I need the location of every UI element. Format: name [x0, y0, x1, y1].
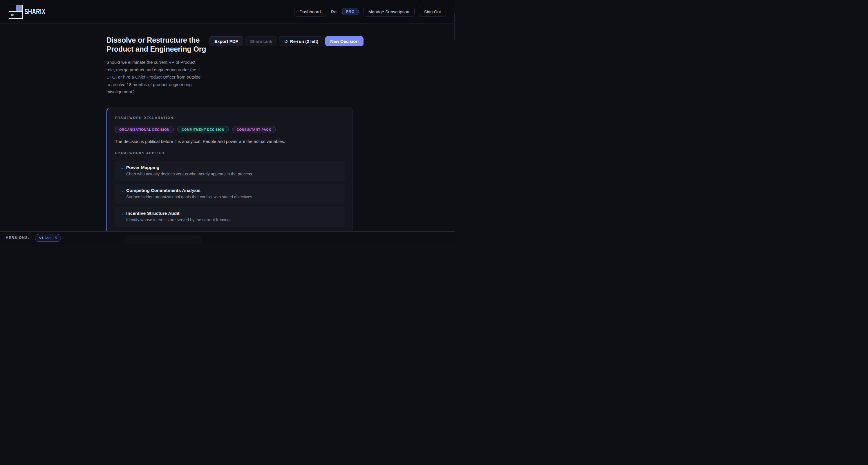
scrollbar-thumb[interactable] [454, 13, 455, 41]
versions-label: VERSIONS: [6, 236, 30, 240]
framework-description: Identify whose interests are served by t… [126, 217, 230, 223]
page-title: Dissolve or Restructure the Product and … [106, 36, 210, 54]
header-nav: Dashboard Raj PRO Manage Subscription Si… [294, 7, 446, 16]
versions-footer: VERSIONS: v1 Mar 15 [0, 231, 455, 244]
badge-consultant-pack: CONSULTANT PACK [232, 126, 276, 133]
actions-toolbar: Export PDF Share Link ↺ Re-run (2 left) … [210, 24, 364, 46]
logo-cell [9, 11, 16, 18]
main-content: Dissolve or Restructure the Product and … [0, 24, 455, 244]
badge-commitment-decision: COMMITMENT DECISION [177, 126, 228, 133]
page-title-line1: Dissolve or Restructure the [106, 36, 199, 44]
framework-item-competing-commitments[interactable]: → Competing Commitments Analysis Surface… [115, 184, 345, 204]
logo-grid-icon [9, 5, 23, 19]
framework-item-incentive-audit[interactable]: → Incentive Structure Audit Identify who… [115, 207, 345, 227]
obscured-content-blob [124, 235, 202, 244]
rerun-label: Re-run (2 left) [290, 39, 318, 44]
framework-description: Chart who actually decides versus who me… [126, 171, 253, 177]
pro-plan-badge[interactable]: PRO [342, 8, 359, 15]
top-header: SHARIX Dashboard Raj PRO Manage Subscrip… [0, 0, 455, 24]
version-pill-v1[interactable]: v1 Mar 15 [35, 234, 61, 242]
badge-organizational-decision: ORGANIZATIONAL DECISION [115, 126, 174, 133]
framework-description: Surface hidden organizational goals that… [126, 194, 253, 200]
framework-declaration-label: FRAMEWORK DECLARATION [115, 116, 345, 120]
brand-name: SHARIX [24, 7, 45, 16]
framework-declaration-card: FRAMEWORK DECLARATION ORGANIZATIONAL DEC… [106, 107, 353, 244]
brand-logo[interactable]: SHARIX [9, 5, 48, 19]
dashboard-button[interactable]: Dashboard [294, 7, 326, 16]
share-link-button[interactable]: Share Link [245, 36, 277, 46]
export-pdf-button[interactable]: Export PDF [210, 36, 243, 46]
framework-name: Power Mapping [126, 164, 253, 171]
logo-cell-filled [16, 5, 23, 12]
frameworks-applied-label: FRAMEWORKS APPLIED [115, 151, 345, 155]
user-name: Raj [331, 9, 338, 14]
declaration-statement: The decision is political before it is a… [115, 139, 345, 144]
framework-item-power-mapping[interactable]: → Power Mapping Chart who actually decid… [115, 161, 345, 181]
manage-subscription-button[interactable]: Manage Subscription [363, 7, 414, 16]
arrow-right-icon: → [120, 211, 124, 216]
framework-name: Incentive Structure Audit [126, 210, 230, 217]
version-tag: v1 [39, 236, 43, 240]
logo-cell [16, 11, 23, 18]
page-title-line2: Product and Engineering Org [106, 45, 206, 53]
arrow-right-icon: → [120, 165, 124, 170]
rerun-refresh-icon: ↺ [284, 39, 288, 44]
logo-dot-icon [11, 13, 13, 16]
arrow-right-icon: → [120, 188, 124, 193]
decision-type-badges: ORGANIZATIONAL DECISION COMMITMENT DECIS… [115, 126, 345, 133]
version-date: Mar 15 [45, 236, 57, 240]
sign-out-button[interactable]: Sign Out [419, 7, 446, 16]
logo-cell [9, 5, 16, 12]
new-decision-button[interactable]: New Decision [325, 36, 364, 46]
frameworks-list: → Power Mapping Chart who actually decid… [115, 161, 345, 227]
decision-question: Should we eliminate the current VP of Pr… [106, 59, 201, 96]
framework-name: Competing Commitments Analysis [126, 187, 253, 194]
rerun-button[interactable]: ↺ Re-run (2 left) [279, 36, 323, 46]
